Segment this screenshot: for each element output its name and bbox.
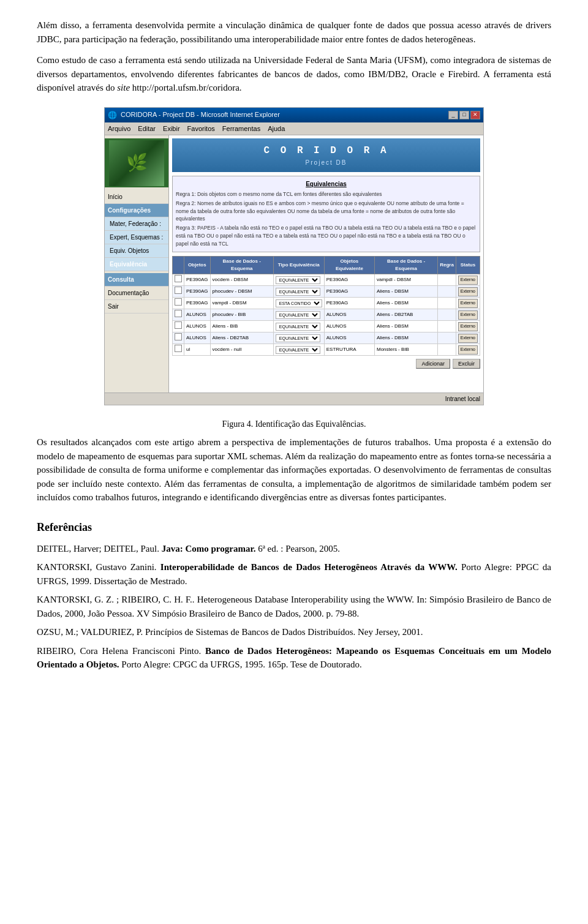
excluir-button[interactable]: Excluir (453, 359, 480, 369)
eq-rule-2: Regra 2: Nomes de atributos iguais no ES… (176, 200, 477, 223)
ie-minimize-button[interactable]: _ (448, 111, 458, 119)
ie-close-button[interactable]: ✕ (470, 111, 480, 119)
row-checkbox[interactable] (175, 310, 182, 317)
cell-regra (438, 274, 456, 286)
cell-regra (438, 332, 456, 344)
menu-exibir[interactable]: Exibir (163, 124, 180, 134)
cell-regra (438, 309, 456, 321)
cell-regra (438, 286, 456, 298)
cell-obj: ALUNOS (184, 332, 211, 344)
row-checkbox[interactable] (175, 298, 182, 306)
cell-base2: vampdl - DBSM (374, 274, 437, 286)
cell-tipo-select[interactable]: EQUIVALENTE (276, 334, 320, 342)
cell-status: Externo (458, 287, 478, 296)
cell-obj-eq: ALUNOS (324, 309, 374, 321)
cell-obj: ALUNOS (184, 321, 211, 332)
cell-tipo-select[interactable]: EQUIVALENTE (276, 346, 320, 354)
ie-sidebar: Início Configurações Mater, Federação : … (105, 135, 169, 393)
site-label: site (117, 83, 130, 92)
sidebar-item-configuracoes[interactable]: Configurações (105, 204, 168, 217)
equivalencias-title: Equivalencias (176, 179, 477, 189)
cell-tipo-select[interactable]: EQUIVALENTE (276, 288, 320, 296)
ie-menubar[interactable]: Arquivo Editar Exibir Favoritos Ferramen… (105, 122, 483, 136)
sidebar-item-equivalencia[interactable]: Equivalência (105, 258, 168, 271)
ref2-pre: KANTORSKI, Gustavo Zanini. (37, 562, 160, 572)
ref5-pre: RIBEIRO, Cora Helena Francisconi Pinto. (37, 646, 205, 656)
row-checkbox[interactable] (175, 275, 182, 282)
ref1-pre: DEITEL, Harver; DEITEL, Paul. (37, 544, 162, 554)
cell-base: vocdem - null (210, 344, 273, 356)
cell-tipo-select[interactable]: EQUIVALENTE (276, 276, 320, 284)
sidebar-item-expert-esquemas[interactable]: Expert, Esquemas : (105, 231, 168, 244)
cell-tipo-select[interactable]: EQUIVALENTE (276, 323, 320, 331)
cell-tipo-select[interactable]: ESTA CONTIDO (276, 299, 322, 307)
menu-ferramentas[interactable]: Ferramentas (222, 124, 260, 134)
ie-window-controls[interactable]: _ □ ✕ (448, 111, 480, 119)
menu-favoritos[interactable]: Favoritos (187, 124, 215, 134)
equivalencias-box: Equivalencias Regra 1: Dois objetos com … (172, 176, 480, 252)
references-title: Referências (37, 519, 551, 536)
cell-obj: PE390AG (184, 286, 211, 298)
equivalencias-table-area: Objetos Base de Dados - Esquema Tipo Equ… (172, 256, 480, 356)
sidebar-item-equiv-objetos[interactable]: Equiv. Objetos (105, 244, 168, 258)
reference-4: OZSU, M.; VALDURIEZ, P. Princípios de Si… (37, 625, 551, 639)
paragraph-1: Além disso, a ferramenta desenvolvida pe… (37, 18, 551, 46)
cell-obj: PE390AG (184, 298, 211, 309)
menu-arquivo[interactable]: Arquivo (108, 124, 130, 134)
sidebar-item-mater-federacao[interactable]: Mater, Federação : (105, 217, 168, 231)
col-status: Status (456, 257, 480, 274)
ref2-bold: Interoperabilidade de Bancos de Dados He… (160, 562, 458, 572)
coridora-title: C O R I D O R A (177, 143, 475, 158)
coridora-logo-image (109, 140, 164, 186)
menu-ajuda[interactable]: Ajuda (268, 124, 285, 134)
cell-base2: Aliens - DB2TAB (374, 309, 437, 321)
cell-obj-eq: ALUNOS (324, 321, 374, 332)
cell-status: Externo (458, 345, 478, 355)
figure-ie-window: 🌐 CORIDORA - Project DB - Microsoft Inte… (104, 107, 484, 406)
cell-base: Aliens - DB2TAB (210, 332, 273, 344)
reference-5: RIBEIRO, Cora Helena Francisconi Pinto. … (37, 644, 551, 672)
sidebar-item-documentacao[interactable]: Documentação (105, 287, 168, 300)
table-row: PE390AG vocdem - DBSM EQUIVALENTE PE390A… (173, 274, 480, 286)
table-row: ALUNOS phocudev - BIB EQUIVALENTE ALUNOS… (173, 309, 480, 321)
col-checkbox (173, 257, 184, 274)
cell-base: Aliens - BIB (210, 321, 273, 332)
row-checkbox[interactable] (175, 287, 182, 294)
figure-caption: Figura 4. Identificação das Equivalência… (37, 418, 551, 430)
table-row: PE390AG vampdl - DBSM ESTA CONTIDO PE390… (173, 298, 480, 309)
row-checkbox[interactable] (175, 321, 182, 329)
reference-3: KANTORSKI, G. Z. ; RIBEIRO, C. H. F.. He… (37, 593, 551, 620)
ie-maximize-button[interactable]: □ (459, 111, 469, 119)
row-checkbox[interactable] (175, 333, 182, 340)
cell-status: Externo (458, 322, 478, 331)
cell-obj-eq: PE390AG (324, 286, 374, 298)
table-row: ALUNOS Aliens - DB2TAB EQUIVALENTE ALUNO… (173, 332, 480, 344)
cell-obj-eq: ESTRUTURA (324, 344, 374, 356)
table-row: PE390AG phocudev - DBSM EQUIVALENTE PE39… (173, 286, 480, 298)
row-checkbox[interactable] (175, 345, 182, 352)
references-section: Referências DEITEL, Harver; DEITEL, Paul… (37, 519, 551, 672)
menu-editar[interactable]: Editar (138, 124, 156, 134)
ie-statusbar-text: Intranet local (445, 394, 480, 404)
action-buttons-row: Adicionar Excluir (172, 359, 480, 369)
reference-1: DEITEL, Harver; DEITEL, Paul. Java: Como… (37, 542, 551, 556)
ref5-post: Porto Alegre: CPGC da UFRGS, 1995. 165p.… (119, 659, 362, 669)
sidebar-item-sair[interactable]: Sair (105, 300, 168, 314)
col-regra: Regra (438, 257, 456, 274)
ie-window-title: CORIDORA - Project DB - Microsoft Intern… (121, 110, 280, 120)
cell-base2: Monsters - BIB (374, 344, 437, 356)
eq-rule-3: Regra 3: PAPEIS - A tabela não está no T… (176, 224, 477, 247)
cell-obj: ul (184, 344, 211, 356)
cell-base: phocudev - BIB (210, 309, 273, 321)
adicionar-button[interactable]: Adicionar (416, 359, 450, 369)
cell-base: phocudev - DBSM (210, 286, 273, 298)
sidebar-item-consulta[interactable]: Consulta (105, 273, 168, 287)
ie-statusbar: Intranet local (105, 393, 483, 405)
cell-obj: ALUNOS (184, 309, 211, 321)
cell-obj: PE390AG (184, 274, 211, 286)
col-base-dados: Base de Dados - Esquema (210, 257, 273, 274)
cell-tipo-select[interactable]: EQUIVALENTE (276, 311, 320, 319)
cell-obj-eq: ALUNOS (324, 332, 374, 344)
sidebar-item-inicio[interactable]: Início (105, 190, 168, 204)
cell-regra (438, 344, 456, 356)
